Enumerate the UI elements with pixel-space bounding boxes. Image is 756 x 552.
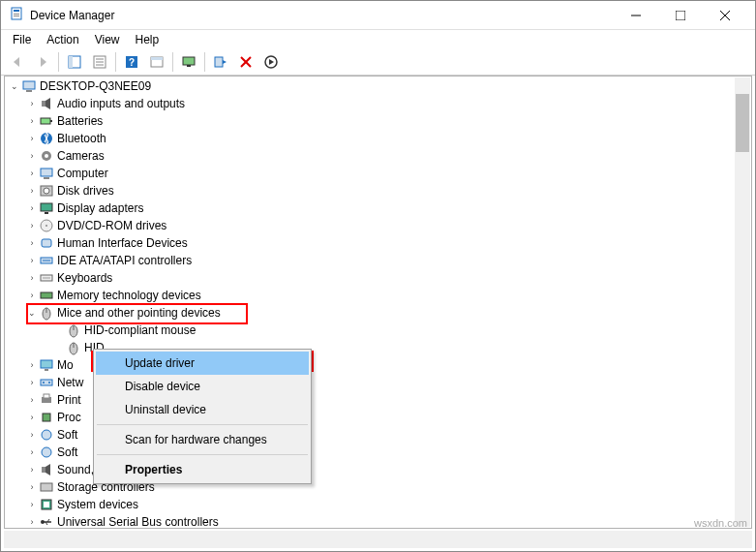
expand-caret[interactable]: ⌄	[25, 308, 39, 318]
category-mice[interactable]: ⌄Mice and other pointing devices	[6, 304, 735, 322]
uninstall-button[interactable]	[234, 50, 257, 74]
close-button[interactable]	[703, 1, 747, 30]
context-menu: Update driverDisable deviceUninstall dev…	[93, 349, 312, 484]
root-node[interactable]: ⌄DESKTOP-Q3NEE09	[6, 77, 735, 95]
menu-file[interactable]: File	[6, 31, 38, 48]
watermark: wsxdn.com	[694, 517, 747, 529]
forward-button[interactable]	[31, 50, 54, 74]
context-uninstall-device[interactable]: Uninstall device	[96, 398, 309, 421]
print-icon	[39, 392, 54, 408]
show-hide-console-button[interactable]	[63, 50, 86, 74]
expand-caret[interactable]: ›	[25, 517, 39, 527]
camera-icon	[39, 148, 54, 164]
expand-caret[interactable]: ›	[25, 430, 39, 440]
tree-item-label: HID-compliant mouse	[84, 323, 196, 337]
update-driver-button[interactable]	[177, 50, 200, 74]
category-cd[interactable]: ›DVD/CD-ROM drives	[6, 217, 735, 234]
expand-caret[interactable]: ›	[25, 256, 39, 265]
expand-caret[interactable]: ›	[25, 221, 39, 230]
expand-caret[interactable]: ›	[25, 169, 39, 178]
expand-caret[interactable]: ›	[25, 99, 39, 108]
toolbar: ?	[1, 48, 755, 76]
tree-item-label: IDE ATA/ATAPI controllers	[57, 254, 192, 267]
expand-caret[interactable]: ›	[25, 413, 39, 422]
category-camera[interactable]: ›Cameras	[6, 147, 735, 165]
menu-help[interactable]: Help	[129, 31, 166, 48]
tree-item-label: Display adapters	[57, 201, 143, 215]
minimize-button[interactable]	[614, 1, 658, 30]
vertical-scrollbar[interactable]	[735, 77, 750, 527]
mem-icon	[39, 288, 54, 303]
category-computer[interactable]: ›Computer	[6, 165, 735, 182]
category-bt[interactable]: ›Bluetooth	[6, 130, 735, 147]
category-sys[interactable]: ›System devices	[6, 496, 735, 513]
category-mem[interactable]: ›Memory technology devices	[6, 287, 735, 304]
category-audio[interactable]: ›Audio inputs and outputs	[6, 95, 735, 112]
expand-caret[interactable]: ›	[25, 151, 39, 161]
svg-rect-50	[41, 292, 52, 298]
svg-marker-9	[41, 57, 46, 67]
window-title: Device Manager	[30, 9, 614, 22]
category-hid[interactable]: ›Human Interface Devices	[6, 234, 735, 252]
properties-button[interactable]	[88, 50, 111, 74]
category-usb[interactable]: ›Universal Serial Bus controllers	[6, 513, 735, 527]
tree-item-label: Computer	[57, 167, 108, 180]
battery-icon	[39, 113, 54, 129]
category-disk[interactable]: ›Disk drives	[6, 182, 735, 199]
category-ide[interactable]: ›IDE ATA/ATAPI controllers	[6, 252, 735, 269]
maximize-button[interactable]	[658, 1, 703, 30]
context-update-driver[interactable]: Update driver	[96, 352, 309, 375]
computer-icon	[21, 78, 37, 94]
menubar: File Action View Help	[1, 30, 755, 48]
tree-pane: ⌄DESKTOP-Q3NEE09›Audio inputs and output…	[4, 76, 752, 529]
svg-rect-19	[151, 57, 163, 60]
back-button[interactable]	[6, 50, 29, 74]
view-button[interactable]	[145, 50, 168, 74]
menu-view[interactable]: View	[88, 31, 127, 48]
context-properties[interactable]: Properties	[96, 458, 309, 481]
expand-caret[interactable]: ›	[25, 500, 39, 509]
expand-caret[interactable]: ›	[25, 447, 39, 457]
category-display[interactable]: ›Display adapters	[6, 199, 735, 217]
expand-caret[interactable]: ›	[25, 273, 39, 283]
menu-action[interactable]: Action	[40, 31, 85, 48]
expand-caret[interactable]: ›	[25, 203, 39, 213]
svg-marker-31	[45, 98, 50, 109]
svg-rect-41	[41, 203, 52, 211]
tree-item-label: Mice and other pointing devices	[57, 306, 221, 320]
expand-caret[interactable]: ›	[25, 360, 39, 370]
tree-item-label: Keyboards	[57, 271, 112, 285]
scan-button[interactable]	[209, 50, 232, 74]
expand-caret[interactable]: ⌄	[8, 81, 21, 91]
expand-caret[interactable]: ›	[25, 116, 39, 126]
expand-caret[interactable]: ›	[25, 238, 39, 248]
tree-item-label: Human Interface Devices	[57, 236, 188, 250]
svg-rect-30	[42, 101, 45, 107]
context-menu-separator	[97, 454, 308, 455]
svg-rect-42	[45, 212, 48, 214]
mouse-icon	[66, 340, 81, 355]
svg-rect-59	[41, 380, 52, 385]
disable-button[interactable]	[259, 50, 283, 74]
display-icon	[39, 200, 54, 216]
svg-text:?: ?	[129, 57, 135, 68]
expand-caret[interactable]: ›	[25, 378, 39, 387]
status-bar	[4, 531, 752, 548]
hid-icon	[39, 235, 54, 251]
expand-caret[interactable]: ›	[25, 395, 39, 405]
expand-caret[interactable]: ›	[25, 291, 39, 300]
context-scan-for-hardware-changes[interactable]: Scan for hardware changes	[96, 428, 309, 451]
tree-item-label: Netw	[57, 376, 83, 389]
ide-icon	[39, 253, 54, 268]
expand-caret[interactable]: ›	[25, 482, 39, 492]
expand-caret[interactable]: ›	[25, 134, 39, 143]
cpu-icon	[39, 410, 54, 425]
category-kbd[interactable]: ›Keyboards	[6, 269, 735, 287]
expand-caret[interactable]: ›	[25, 186, 39, 196]
context-disable-device[interactable]: Disable device	[96, 375, 309, 398]
device-mouse[interactable]: HID-compliant mouse	[6, 322, 735, 339]
svg-rect-71	[44, 502, 49, 507]
help-button[interactable]: ?	[120, 50, 143, 74]
expand-caret[interactable]: ›	[25, 465, 39, 475]
category-battery[interactable]: ›Batteries	[6, 112, 735, 130]
